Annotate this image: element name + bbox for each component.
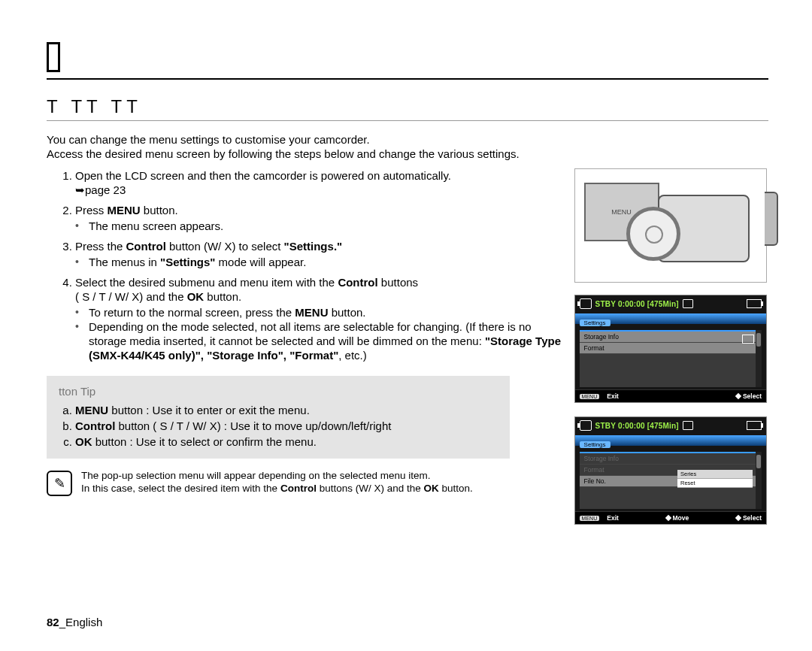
bottom-bar: MENU Exit Select: [575, 389, 766, 402]
steps-list: Open the LCD screen and then the camcord…: [47, 168, 570, 362]
section-rule: [47, 120, 768, 121]
step-3-a: Press the: [75, 240, 126, 253]
step-4-ok: OK: [187, 290, 205, 303]
step-4-sub-1: To return to the normal screen, press th…: [75, 305, 570, 319]
page-language: English: [65, 616, 102, 628]
tip-c-text: button : Use it to select or confirm the…: [92, 435, 317, 448]
step-4-c: buttons: [378, 276, 418, 289]
menu-tabs: Settings: [580, 319, 611, 326]
step-3-settings: "Settings.": [284, 240, 343, 253]
bottom-menu-pill: MENU: [580, 516, 600, 521]
step-2-menu: MENU: [108, 204, 141, 216]
note-text: The pop-up selection menu will appear de…: [81, 469, 473, 496]
bottom-exit: Exit: [607, 392, 619, 400]
note-line-2d: OK: [423, 483, 438, 494]
step-2-a: Press: [75, 204, 108, 216]
step-4-sub1-c: button.: [328, 306, 365, 319]
intro-line-2: Access the desired menu screen by follow…: [47, 147, 520, 160]
tip-b-bold: Control: [75, 419, 115, 432]
menu-area: Storage Info Format File No. Series Rese…: [580, 452, 762, 509]
camcorder-lens: [626, 207, 680, 261]
page-number-value: 82: [47, 616, 59, 628]
step-3-sub-a: The menus in: [89, 256, 160, 268]
step-4-f: button.: [204, 290, 241, 303]
step-4-d: ( S / T / W/ X) and the: [75, 290, 187, 303]
step-4-control: Control: [338, 276, 377, 289]
left-column: Open the LCD screen and then the camcord…: [47, 168, 574, 538]
camcorder-grip: [765, 192, 778, 246]
bottom-select: Select: [743, 514, 762, 522]
intro-line-1: You can change the menu settings to cust…: [47, 133, 370, 146]
diamond-icon: [735, 393, 741, 399]
note-line-2e: button.: [439, 483, 473, 494]
step-2-c: button.: [141, 204, 178, 216]
bottom-move: Move: [673, 514, 689, 522]
step-4-sub1-a: To return to the normal screen, press th…: [89, 306, 295, 319]
card-icon: [683, 421, 693, 430]
lcd-menu-label: MENU: [611, 208, 632, 216]
menu-item-storage-info: Storage Info: [580, 452, 762, 465]
step-4-sub1-menu: MENU: [295, 306, 328, 319]
menu-area: Storage Info Format: [580, 330, 762, 387]
step-3-c: button (W/ X) to select: [166, 240, 284, 253]
note-line-2b: Control: [280, 483, 317, 494]
status-text: STBY 0:00:00 [475Min]: [595, 422, 679, 430]
note-line-2a: In this case, select the desired item wi…: [81, 483, 280, 494]
popup-menu: Series Reset: [677, 470, 753, 488]
button-tip-box: tton Tip MENU button : Use it to enter o…: [47, 376, 510, 459]
scrollbar: [756, 452, 762, 509]
popup-item-series: Series: [677, 470, 753, 479]
section-title: T TT TT: [47, 96, 142, 117]
note-icon: ✎: [47, 471, 72, 496]
step-4-sub-2: Depending on the mode selected, not all …: [75, 319, 570, 362]
chapter-mark: [47, 42, 60, 72]
page-number: 82_English: [47, 616, 102, 628]
chapter-rule: [47, 78, 768, 80]
bottom-select: Select: [743, 392, 762, 400]
card-icon: [683, 299, 693, 308]
note-line-2c: buttons (W/ X) and the: [317, 483, 424, 494]
step-2-sub: The menu screen appears.: [75, 219, 570, 233]
step-4-sub2-c: , etc.): [338, 349, 367, 362]
intro-text: You can change the menu settings to cust…: [47, 132, 520, 161]
note-row: ✎ The pop-up selection menu will appear …: [47, 469, 570, 496]
menu-screenshot-1: STBY 0:00:00 [475Min] Settings Storage I…: [574, 295, 767, 403]
tab-settings: Settings: [580, 319, 611, 326]
tip-title: tton Tip: [59, 383, 498, 399]
diamond-icon: [665, 515, 671, 521]
step-3-sub-c: mode will appear.: [215, 256, 306, 268]
menu-tabs: Settings: [580, 441, 611, 448]
camcorder-illustration: MENU: [574, 168, 767, 283]
menu-item-storage-info: Storage Info: [580, 330, 762, 343]
step-4-sub2-a: Depending on the mode selected, not all …: [89, 320, 532, 347]
step-1-pageref: ➥page 23: [75, 183, 126, 196]
step-3-sub-b: "Settings": [160, 256, 215, 268]
step-3-control: Control: [126, 240, 166, 253]
tab-settings: Settings: [580, 441, 611, 448]
step-3-sub: The menus in "Settings" mode will appear…: [75, 255, 570, 269]
battery-icon: [747, 421, 762, 430]
menu-item-format: Format: [580, 343, 762, 354]
tip-b: Control button ( S / T / W/ X) : Use it …: [75, 418, 498, 434]
right-column: MENU STBY 0:00:00 [475Min] Settings Stor…: [574, 168, 767, 538]
step-3: Press the Control button (W/ X) to selec…: [75, 239, 570, 269]
step-1-text: Open the LCD screen and then the camcord…: [75, 169, 451, 182]
bottom-exit: Exit: [607, 514, 619, 522]
status-text: STBY 0:00:00 [475Min]: [595, 300, 679, 308]
tip-b-text: button ( S / T / W/ X) : Use it to move …: [115, 419, 391, 432]
step-2: Press MENU button. The menu screen appea…: [75, 203, 570, 233]
camera-icon: [580, 298, 592, 309]
popup-item-reset: Reset: [677, 479, 753, 488]
tip-c: OK button : Use it to select or confirm …: [75, 434, 498, 450]
camera-icon: [580, 420, 592, 431]
note-line-1: The pop-up selection menu will appear de…: [81, 470, 431, 481]
diamond-icon: [735, 515, 741, 521]
tip-a: MENU button : Use it to enter or exit th…: [75, 402, 498, 418]
bottom-menu-pill: MENU: [580, 394, 600, 399]
tip-c-bold: OK: [75, 435, 92, 448]
menu-screenshot-2: STBY 0:00:00 [475Min] Settings Storage I…: [574, 416, 767, 525]
step-4-a: Select the desired submenu and menu item…: [75, 276, 338, 289]
tip-a-bold: MENU: [75, 404, 108, 416]
card-indicator-icon: [742, 335, 754, 344]
tip-a-text: button : Use it to enter or exit the men…: [108, 404, 310, 416]
